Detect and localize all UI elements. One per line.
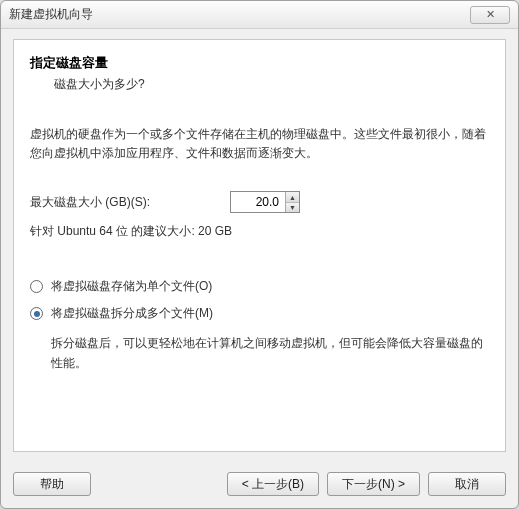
close-icon: ✕ bbox=[486, 8, 495, 21]
radio-icon bbox=[30, 307, 43, 320]
radio-single-file[interactable]: 将虚拟磁盘存储为单个文件(O) bbox=[30, 278, 489, 295]
radio-icon bbox=[30, 280, 43, 293]
page-title: 指定磁盘容量 bbox=[30, 54, 489, 72]
disk-size-spinner[interactable]: ▲ ▼ bbox=[230, 191, 300, 213]
next-button[interactable]: 下一步(N) > bbox=[327, 472, 420, 496]
spinner-down-icon[interactable]: ▼ bbox=[286, 203, 299, 213]
disk-description: 虚拟机的硬盘作为一个或多个文件存储在主机的物理磁盘中。这些文件最初很小，随着您向… bbox=[30, 125, 489, 163]
recommended-size: 针对 Ubuntu 64 位 的建议大小: 20 GB bbox=[30, 223, 489, 240]
spinner-up-icon[interactable]: ▲ bbox=[286, 192, 299, 203]
wizard-panel: 指定磁盘容量 磁盘大小为多少? 虚拟机的硬盘作为一个或多个文件存储在主机的物理磁… bbox=[13, 39, 506, 452]
wizard-window: 新建虚拟机向导 ✕ 指定磁盘容量 磁盘大小为多少? 虚拟机的硬盘作为一个或多个文… bbox=[0, 0, 519, 509]
spinner-buttons: ▲ ▼ bbox=[285, 192, 299, 212]
disk-size-input[interactable] bbox=[231, 192, 285, 212]
help-button[interactable]: 帮助 bbox=[13, 472, 91, 496]
window-title: 新建虚拟机向导 bbox=[9, 6, 470, 23]
radio-split-files[interactable]: 将虚拟磁盘拆分成多个文件(M) bbox=[30, 305, 489, 322]
disk-size-row: 最大磁盘大小 (GB)(S): ▲ ▼ bbox=[30, 191, 489, 213]
titlebar: 新建虚拟机向导 ✕ bbox=[1, 1, 518, 29]
button-bar: 帮助 < 上一步(B) 下一步(N) > 取消 bbox=[1, 462, 518, 508]
split-description: 拆分磁盘后，可以更轻松地在计算机之间移动虚拟机，但可能会降低大容量磁盘的性能。 bbox=[51, 334, 489, 372]
back-button[interactable]: < 上一步(B) bbox=[227, 472, 319, 496]
disk-size-label: 最大磁盘大小 (GB)(S): bbox=[30, 194, 230, 211]
close-button[interactable]: ✕ bbox=[470, 6, 510, 24]
cancel-button[interactable]: 取消 bbox=[428, 472, 506, 496]
radio-single-label: 将虚拟磁盘存储为单个文件(O) bbox=[51, 278, 212, 295]
content-area: 指定磁盘容量 磁盘大小为多少? 虚拟机的硬盘作为一个或多个文件存储在主机的物理磁… bbox=[1, 29, 518, 462]
radio-split-label: 将虚拟磁盘拆分成多个文件(M) bbox=[51, 305, 213, 322]
page-subtitle: 磁盘大小为多少? bbox=[54, 76, 489, 93]
